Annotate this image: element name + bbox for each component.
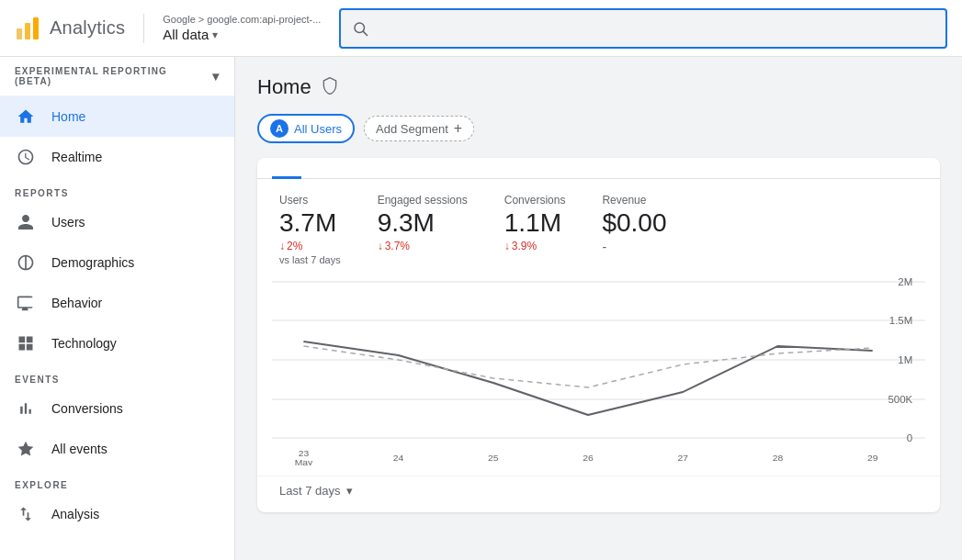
analytics-logo-icon: [15, 16, 40, 41]
shield-icon: [321, 76, 339, 99]
page-header: Home: [257, 75, 940, 99]
down-arrow-icon-2: ↓: [378, 240, 383, 252]
bar-chart-icon: [15, 398, 37, 420]
breadcrumb-area: Google > google.com:api-project-... All …: [163, 14, 321, 42]
app-header: Analytics Google > google.com:api-projec…: [0, 0, 962, 57]
svg-text:29: 29: [867, 454, 877, 463]
metric-conversions: Conversions 1.1M ↓ 3.9%: [504, 194, 566, 265]
metric-value-revenue: $0.00: [602, 210, 666, 236]
sidebar-item-label-behavior: Behavior: [51, 296, 102, 310]
plus-icon: +: [454, 120, 462, 137]
search-input[interactable]: [378, 20, 934, 36]
chart-footer-label: Last 7 days: [279, 484, 341, 498]
explore-section-label: EXPLORE: [0, 469, 234, 494]
sidebar-item-label-all-events: All events: [51, 442, 108, 456]
svg-rect-2: [33, 17, 39, 39]
sidebar-item-label-realtime: Realtime: [51, 150, 102, 164]
metric-users: Users 3.7M ↓ 2% vs last 7 days: [279, 194, 341, 265]
svg-text:24: 24: [393, 454, 404, 463]
svg-text:1.5M: 1.5M: [889, 316, 913, 326]
metric-value-conversions: 1.1M: [504, 210, 566, 236]
chip-letter: A: [270, 119, 289, 138]
sidebar: EXPERIMENTAL REPORTING (BETA) ▾ Home Rea…: [0, 57, 235, 560]
person-icon: [15, 211, 37, 233]
logo-area: Analytics: [15, 16, 125, 41]
sidebar-item-label-analysis: Analysis: [51, 507, 99, 521]
beta-chevron-icon: ▾: [212, 69, 220, 84]
explore-icon: [15, 503, 37, 525]
sidebar-item-realtime[interactable]: Realtime: [0, 137, 234, 177]
svg-text:1M: 1M: [898, 355, 912, 365]
main-layout: EXPERIMENTAL REPORTING (BETA) ▾ Home Rea…: [0, 57, 962, 560]
metric-value-engaged: 9.3M: [378, 210, 468, 236]
metric-change-conversions: ↓ 3.9%: [504, 240, 566, 252]
sidebar-item-label-users: Users: [51, 215, 85, 230]
chip-label: All Users: [294, 122, 342, 136]
search-icon: [352, 20, 368, 37]
sidebar-item-analysis[interactable]: Analysis: [0, 494, 234, 534]
metric-label-conversions: Conversions: [504, 194, 566, 207]
sidebar-item-home[interactable]: Home: [0, 96, 234, 137]
sidebar-item-demographics[interactable]: Demographics: [0, 242, 234, 283]
main-content: Home A All Users Add Segment +: [235, 57, 962, 560]
svg-text:May: May: [295, 458, 313, 465]
globe-icon: [15, 252, 37, 274]
metric-label-users: Users: [279, 194, 341, 207]
metric-vs-users: vs last 7 days: [279, 254, 341, 265]
sidebar-item-label-home: Home: [51, 109, 85, 124]
reports-section-label: REPORTS: [0, 177, 234, 202]
star-icon: [15, 438, 37, 460]
chart-tabs: [257, 158, 940, 179]
all-data-label: All data: [163, 27, 209, 42]
all-data-selector[interactable]: All data ▾: [163, 27, 321, 42]
sidebar-item-label-demographics: Demographics: [51, 255, 134, 270]
add-segment-button[interactable]: Add Segment +: [364, 116, 474, 141]
svg-text:500K: 500K: [888, 395, 913, 405]
footer-chevron-icon: ▾: [346, 484, 353, 498]
home-icon: [15, 106, 37, 128]
svg-line-4: [364, 31, 368, 35]
header-divider: [143, 14, 144, 43]
metric-revenue: Revenue $0.00 -: [602, 194, 666, 265]
beta-bar[interactable]: EXPERIMENTAL REPORTING (BETA) ▾: [0, 57, 234, 96]
chevron-down-icon: ▾: [212, 28, 218, 41]
segments-bar: A All Users Add Segment +: [257, 114, 940, 143]
sidebar-item-all-events[interactable]: All events: [0, 429, 234, 469]
metrics-row: Users 3.7M ↓ 2% vs last 7 days Engaged s…: [257, 179, 940, 273]
svg-text:25: 25: [488, 454, 498, 463]
sidebar-item-label-conversions: Conversions: [51, 401, 123, 416]
chart-svg: 2M 1.5M 1M 500K 0 23 May 24 25 26 27: [272, 273, 925, 465]
beta-label: EXPERIMENTAL REPORTING (BETA): [15, 66, 207, 86]
sidebar-item-conversions[interactable]: Conversions: [0, 388, 234, 429]
metric-engaged-sessions: Engaged sessions 9.3M ↓ 3.7%: [378, 194, 468, 265]
svg-rect-1: [25, 23, 30, 39]
svg-text:27: 27: [678, 454, 688, 463]
svg-rect-0: [17, 28, 22, 39]
metric-change-engaged: ↓ 3.7%: [378, 240, 468, 252]
svg-text:26: 26: [583, 454, 593, 463]
svg-text:28: 28: [773, 454, 783, 463]
monitor-icon: [15, 292, 37, 314]
sidebar-item-users[interactable]: Users: [0, 202, 234, 242]
metric-label-engaged: Engaged sessions: [378, 194, 468, 207]
chart-area: 2M 1.5M 1M 500K 0 23 May 24 25 26 27: [257, 273, 940, 476]
chart-footer[interactable]: Last 7 days ▾: [257, 476, 940, 512]
add-segment-label: Add Segment: [376, 122, 448, 136]
down-arrow-icon-3: ↓: [504, 240, 510, 252]
sidebar-item-technology[interactable]: Technology: [0, 323, 234, 364]
clock-icon: [15, 146, 37, 168]
events-section-label: EVENTS: [0, 364, 234, 388]
grid-icon: [15, 332, 37, 354]
svg-text:2M: 2M: [898, 277, 912, 287]
search-bar[interactable]: [339, 8, 947, 49]
metric-change-users: ↓ 2%: [279, 240, 341, 252]
down-arrow-icon: ↓: [279, 240, 285, 252]
chart-tab-overview[interactable]: [272, 158, 301, 179]
metric-label-revenue: Revenue: [602, 194, 666, 207]
page-title: Home: [257, 75, 311, 99]
metric-change-revenue: -: [602, 240, 666, 254]
sidebar-item-behavior[interactable]: Behavior: [0, 283, 234, 323]
metric-value-users: 3.7M: [279, 210, 341, 236]
all-users-chip[interactable]: A All Users: [257, 114, 355, 143]
sidebar-item-label-technology: Technology: [51, 336, 117, 351]
